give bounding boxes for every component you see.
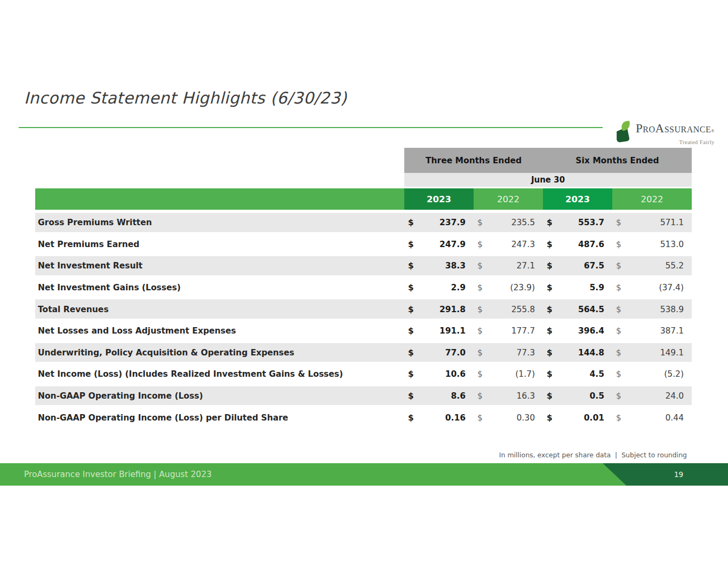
value: 149.1 <box>660 348 684 358</box>
currency-symbol: $ <box>547 369 553 379</box>
value: (1.7) <box>515 369 535 379</box>
value-2023-ytd: $564.5 <box>543 298 612 320</box>
year-header-label-band <box>35 188 404 210</box>
value-2023-quarter: $191.1 <box>404 320 474 342</box>
value-2022-ytd: $513.0 <box>612 234 692 256</box>
currency-symbol: $ <box>547 218 553 227</box>
footer-bar: ProAssurance Investor Briefing | August … <box>0 463 728 486</box>
header-spacer <box>35 148 404 173</box>
value-2023-ytd: $5.9 <box>543 277 612 299</box>
currency-symbol: $ <box>477 283 483 292</box>
column-header-2022-ytd: 2022 <box>612 188 692 210</box>
value-2022-ytd: $(5.2) <box>612 363 692 385</box>
value: 5.9 <box>590 283 604 292</box>
row-label: Total Revenues <box>35 298 404 320</box>
currency-symbol: $ <box>477 305 483 314</box>
year-header-row: 2023 2022 2023 2022 <box>35 188 692 210</box>
value: 487.6 <box>578 240 604 249</box>
value-2023-quarter: $77.0 <box>404 342 474 364</box>
table-row: Net Income (Loss) (Includes Realized Inv… <box>35 363 692 385</box>
table-row: Total Revenues $291.8 $255.8 $564.5 $538… <box>35 298 692 320</box>
value-2022-quarter: $(23.9) <box>474 277 543 299</box>
column-header-2023-ytd: 2023 <box>543 188 612 210</box>
header-june-30: June 30 <box>404 173 692 187</box>
currency-symbol: $ <box>408 261 414 271</box>
value-2022-quarter: $177.7 <box>474 320 543 342</box>
value-2023-quarter: $8.6 <box>404 385 474 407</box>
value: 4.5 <box>590 369 604 379</box>
currency-symbol: $ <box>477 218 483 227</box>
value-2022-quarter: $255.8 <box>474 298 543 320</box>
value: 27.1 <box>516 261 535 271</box>
value: 513.0 <box>660 240 684 249</box>
value-2022-quarter: $77.3 <box>474 342 543 364</box>
currency-symbol: $ <box>547 413 553 423</box>
value-2022-quarter: $247.3 <box>474 234 543 256</box>
value-2022-ytd: $538.9 <box>612 298 692 320</box>
value-2022-ytd: $387.1 <box>612 320 692 342</box>
currency-symbol: $ <box>547 391 553 401</box>
value: 564.5 <box>578 305 604 314</box>
row-label: Underwriting, Policy Acquisition & Opera… <box>35 342 404 364</box>
table-row: Net Losses and Loss Adjustment Expenses … <box>35 320 692 342</box>
footer-text: ProAssurance Investor Briefing | August … <box>24 463 212 486</box>
value-2023-ytd: $396.4 <box>543 320 612 342</box>
proassurance-leaf-icon <box>614 120 633 143</box>
currency-symbol: $ <box>616 240 621 249</box>
value-2022-ytd: $24.0 <box>612 385 692 407</box>
currency-symbol: $ <box>477 326 483 336</box>
column-header-2023-quarter: 2023 <box>404 188 474 210</box>
value-2023-quarter: $247.9 <box>404 234 474 256</box>
value: 2.9 <box>451 283 466 292</box>
currency-symbol: $ <box>547 261 553 271</box>
currency-symbol: $ <box>616 369 621 379</box>
value: 0.16 <box>445 413 466 423</box>
value: (23.9) <box>510 283 535 292</box>
value-2023-ytd: $0.01 <box>543 407 612 429</box>
row-label: Gross Premiums Written <box>35 212 404 234</box>
value: 553.7 <box>578 218 604 227</box>
value: 24.0 <box>665 391 684 401</box>
value-2023-quarter: $38.3 <box>404 255 474 277</box>
currency-symbol: $ <box>616 261 621 271</box>
value: 538.9 <box>660 305 684 314</box>
title-divider <box>19 127 603 128</box>
value-2022-ytd: $571.1 <box>612 212 692 234</box>
row-label: Non-GAAP Operating Income (Loss) per Dil… <box>35 407 404 429</box>
row-label: Net Premiums Earned <box>35 234 404 256</box>
value: 177.7 <box>511 326 535 336</box>
currency-symbol: $ <box>408 369 414 379</box>
income-statement-table: Three Months Ended Six Months Ended June… <box>35 148 692 429</box>
value: 8.6 <box>451 391 466 401</box>
value: 247.9 <box>439 240 466 249</box>
table-row: Non-GAAP Operating Income (Loss) per Dil… <box>35 407 692 429</box>
slide: Income Statement Highlights (6/30/23) Pr… <box>0 0 728 563</box>
row-label: Non-GAAP Operating Income (Loss) <box>35 385 404 407</box>
value-2023-ytd: $553.7 <box>543 212 612 234</box>
currency-symbol: $ <box>616 218 621 227</box>
currency-symbol: $ <box>408 391 414 401</box>
value-2023-quarter: $10.6 <box>404 363 474 385</box>
currency-symbol: $ <box>616 391 621 401</box>
table-row: Underwriting, Policy Acquisition & Opera… <box>35 342 692 364</box>
value: 0.30 <box>516 413 535 423</box>
row-label: Net Income (Loss) (Includes Realized Inv… <box>35 363 404 385</box>
registered-mark: ® <box>711 129 715 133</box>
table-row: Gross Premiums Written $237.9 $235.5 $55… <box>35 212 692 234</box>
value: 571.1 <box>660 218 684 227</box>
value-2023-quarter: $237.9 <box>404 212 474 234</box>
value: 0.44 <box>665 413 684 423</box>
table-row: Non-GAAP Operating Income (Loss) $8.6 $1… <box>35 385 692 407</box>
value-2022-quarter: $0.30 <box>474 407 543 429</box>
currency-symbol: $ <box>547 305 553 314</box>
value: 77.3 <box>516 348 535 358</box>
row-label: Net Investment Gains (Losses) <box>35 277 404 299</box>
currency-symbol: $ <box>408 413 414 423</box>
currency-symbol: $ <box>408 348 414 358</box>
value-2022-quarter: $235.5 <box>474 212 543 234</box>
header-six-months: Six Months Ended <box>543 148 692 173</box>
value-2023-quarter: $291.8 <box>404 298 474 320</box>
value: 396.4 <box>578 326 604 336</box>
page-number: 19 <box>674 470 683 479</box>
currency-symbol: $ <box>616 348 621 358</box>
